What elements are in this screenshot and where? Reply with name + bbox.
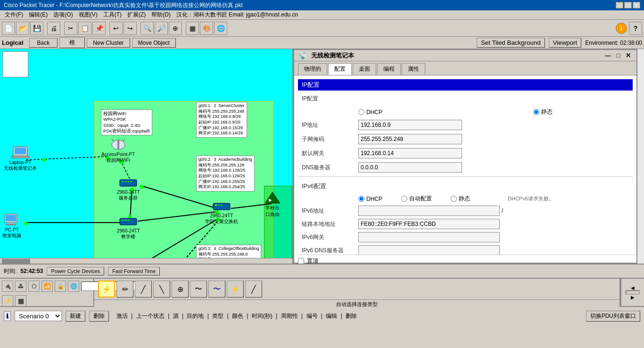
ipv6-auto-radio[interactable] bbox=[401, 196, 407, 202]
tab-programming[interactable]: 编程 bbox=[377, 63, 401, 75]
line-tool[interactable]: ╱ bbox=[135, 281, 152, 298]
zoom-button2[interactable]: 🔎 bbox=[155, 22, 168, 35]
hscroll-thumb[interactable] bbox=[2, 259, 30, 264]
menu-extend[interactable]: 扩展(Z) bbox=[124, 11, 149, 19]
ip-config-header[interactable]: IP配置 bbox=[298, 79, 633, 91]
sw2-device[interactable]: 2960-24TT教学楼 bbox=[117, 214, 140, 240]
cable-straight-tool[interactable]: ╲ bbox=[153, 281, 170, 298]
sw1-device[interactable]: 2960-24TT服务器群 bbox=[117, 175, 140, 201]
cable-cross-tool[interactable]: ⊕ bbox=[172, 281, 189, 298]
power-cycle-button[interactable]: Power Cycle Devices bbox=[47, 267, 104, 275]
open-button[interactable]: 📂 bbox=[16, 22, 29, 35]
diagonal-tool[interactable]: ╱ bbox=[245, 281, 262, 298]
help-icon-button[interactable]: i bbox=[616, 23, 627, 34]
set-tiled-bg-button[interactable]: Set Tiled Background bbox=[477, 38, 545, 48]
ipv6-static-radio[interactable] bbox=[451, 196, 457, 202]
select-tool[interactable]: ⚡ bbox=[98, 281, 115, 298]
notebook-maximize[interactable]: □ bbox=[615, 52, 622, 59]
lightning-icon[interactable]: ⚡ bbox=[2, 295, 13, 307]
globe-button[interactable]: 🌐 bbox=[214, 22, 227, 35]
dhcp-radio-option[interactable]: DHCP bbox=[358, 109, 382, 116]
viewport-button[interactable]: Viewport bbox=[549, 38, 582, 48]
link-local-input[interactable] bbox=[358, 219, 500, 229]
notebook-minimize[interactable]: — bbox=[603, 52, 613, 59]
canvas-hscroll[interactable] bbox=[0, 258, 292, 264]
new-cluster-button[interactable]: New Cluster bbox=[87, 38, 130, 48]
switch-pdu-button[interactable]: 切换PDU列表窗口 bbox=[586, 311, 640, 322]
redo-button[interactable]: ↪ bbox=[124, 22, 137, 35]
palette-button[interactable]: 🎨 bbox=[200, 22, 213, 35]
menu-edit[interactable]: 编辑(E) bbox=[26, 11, 50, 19]
network-canvas[interactable]: Laptop-PT无线检测笔记本 AccessPoint-PT校园网WiFi 2… bbox=[0, 49, 293, 264]
ipv6-gateway-input[interactable] bbox=[358, 232, 500, 242]
fast-forward-button[interactable]: Fast Forward Time bbox=[108, 267, 160, 275]
new-button[interactable]: 📄 bbox=[2, 22, 15, 35]
grid-button[interactable]: ▦ bbox=[186, 22, 199, 35]
save-button[interactable]: 💾 bbox=[30, 22, 43, 35]
subnet-input[interactable] bbox=[358, 134, 462, 144]
scenario-headers: 激活 | 上一个状态 | 源 | 目的地 | 类型 | 颜色 | 时间(秒) |… bbox=[116, 312, 357, 320]
scroll-right[interactable]: ▶ bbox=[630, 294, 636, 300]
notebook-titlebar: 📡 无线检测笔记本 — □ ✕ bbox=[294, 50, 636, 61]
laptop-device[interactable]: Laptop-PT无线检测笔记本 bbox=[4, 146, 37, 172]
minimize-button[interactable]: — bbox=[616, 2, 623, 8]
notebook-close[interactable]: ✕ bbox=[624, 52, 633, 59]
device-wireless-icon[interactable]: 📶 bbox=[41, 281, 53, 292]
tab-physical[interactable]: 物理的 bbox=[298, 63, 327, 75]
device-security-icon[interactable]: 🔒 bbox=[55, 281, 66, 292]
hscrollbar[interactable] bbox=[626, 290, 640, 294]
question-button[interactable]: ? bbox=[629, 22, 642, 35]
device-hub-icon[interactable]: ⬡ bbox=[28, 281, 40, 292]
zoom-in-button[interactable]: 🔍 bbox=[140, 22, 154, 35]
cut-button[interactable]: ✂ bbox=[64, 22, 77, 35]
grid-icon[interactable]: ▦ bbox=[15, 295, 26, 307]
tab-config[interactable]: 配置 bbox=[328, 63, 352, 75]
device-wan-icon[interactable]: 🌐 bbox=[68, 281, 79, 292]
ip-input[interactable] bbox=[358, 120, 462, 130]
tab-desktop[interactable]: 桌面 bbox=[353, 63, 376, 75]
new-scenario-button[interactable]: 新建 bbox=[66, 311, 85, 322]
pc1-device[interactable]: PC-PT教室电脑 bbox=[2, 213, 21, 239]
ap-device[interactable]: AccessPoint-PT校园网WiFi bbox=[101, 138, 135, 164]
device-router-icon[interactable]: 🔌 bbox=[2, 281, 13, 292]
root-button[interactable]: 根 bbox=[59, 37, 85, 48]
zigzag-tool[interactable]: ⚡ bbox=[227, 281, 244, 298]
menu-view[interactable]: 视图(V) bbox=[76, 11, 100, 19]
ipv6-static-option[interactable]: 静态 bbox=[451, 195, 470, 203]
dns-input[interactable] bbox=[358, 162, 462, 173]
gateway-input[interactable] bbox=[358, 148, 462, 158]
menu-options[interactable]: 选项(O) bbox=[50, 11, 75, 19]
dhcp-radio[interactable] bbox=[358, 109, 364, 115]
menu-file[interactable]: 文件(F) bbox=[2, 11, 26, 19]
copy-button[interactable]: 📋 bbox=[78, 22, 91, 35]
wave2-tool[interactable]: 〜 bbox=[208, 281, 225, 298]
scenario-select[interactable]: Scenario 0 bbox=[15, 311, 62, 321]
scroll-left[interactable]: ◀ bbox=[630, 285, 636, 290]
delete-scenario-button[interactable]: 删除 bbox=[89, 311, 109, 322]
move-object-button[interactable]: Move Object bbox=[132, 38, 176, 48]
undo-button[interactable]: ↩ bbox=[109, 22, 123, 35]
ipv6-dhcp-radio[interactable] bbox=[358, 196, 364, 202]
zoom-custom-button[interactable]: ⊕ bbox=[169, 22, 182, 35]
static-radio[interactable] bbox=[533, 109, 539, 115]
pencil-tool[interactable]: ✏ bbox=[116, 281, 133, 298]
paste-button[interactable]: 📌 bbox=[92, 22, 106, 35]
pin-checkbox[interactable] bbox=[298, 258, 304, 264]
menu-help[interactable]: 帮助(D) bbox=[149, 11, 173, 19]
svg-rect-47 bbox=[215, 205, 217, 206]
back-button[interactable]: Back bbox=[29, 38, 58, 48]
ipv6-address-input[interactable] bbox=[358, 206, 500, 216]
sw3-device[interactable]: 2960-24TT学院汇聚交换机 bbox=[205, 199, 238, 225]
exit-router[interactable]: ▶ 学校出口路由 bbox=[263, 191, 282, 218]
device-switch-icon[interactable]: 🖧 bbox=[15, 281, 26, 292]
ipv6-dns-input[interactable] bbox=[358, 245, 500, 255]
tab-properties[interactable]: 属性 bbox=[402, 63, 425, 75]
wave-tool[interactable]: 〜 bbox=[190, 281, 207, 298]
menu-tools[interactable]: 工具(T) bbox=[100, 11, 124, 19]
close-button[interactable]: ✕ bbox=[633, 2, 640, 8]
maximize-button[interactable]: □ bbox=[624, 2, 632, 8]
ipv6-auto-option[interactable]: 自动配置 bbox=[401, 195, 432, 203]
ipv6-dhcp-option[interactable]: DHCP bbox=[358, 196, 382, 202]
print-button[interactable]: 🖨 bbox=[47, 22, 60, 35]
static-radio-option[interactable]: 静态 bbox=[533, 108, 553, 116]
